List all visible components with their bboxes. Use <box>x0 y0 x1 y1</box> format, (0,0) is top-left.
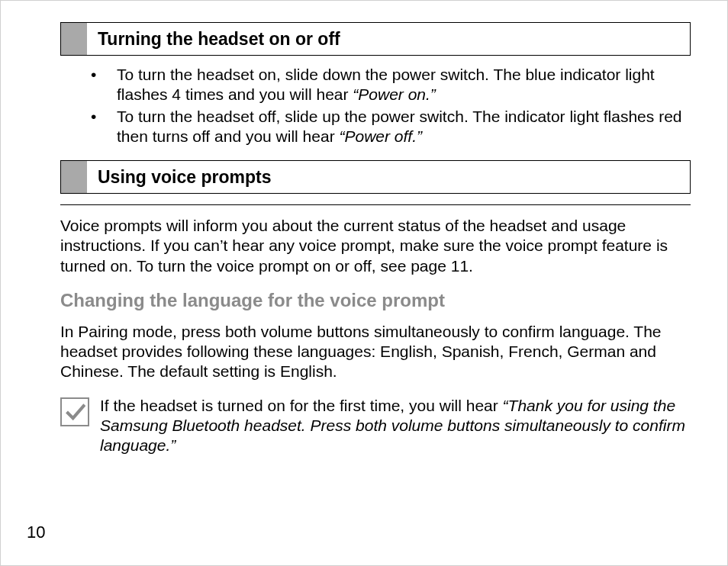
list-item: To turn the headset on, slide down the p… <box>91 65 691 105</box>
note-callout: If the headset is turned on for the firs… <box>60 396 691 456</box>
manual-page: Turning the headset on or off To turn th… <box>0 0 728 566</box>
section-header-tab <box>61 23 87 55</box>
section-header-turning-on-off: Turning the headset on or off <box>60 22 691 56</box>
section-header-voice-prompts: Using voice prompts <box>60 160 691 194</box>
list-item-quote: “Power on.” <box>353 85 436 103</box>
checkmark-icon <box>60 397 89 426</box>
paragraph: In Pairing mode, press both volume butto… <box>60 322 691 382</box>
note-text: If the headset is turned on for the firs… <box>100 396 691 456</box>
section-divider <box>60 204 691 205</box>
section-title: Turning the headset on or off <box>87 23 690 55</box>
list-item-quote: “Power off.” <box>339 127 422 145</box>
subsection-title: Changing the language for the voice prom… <box>60 290 691 311</box>
section-header-tab <box>61 161 87 193</box>
note-pre: If the headset is turned on for the firs… <box>100 397 503 414</box>
bullet-list: To turn the headset on, slide down the p… <box>37 65 691 146</box>
page-number: 10 <box>27 523 45 542</box>
paragraph: Voice prompts will inform you about the … <box>60 216 691 276</box>
section-title: Using voice prompts <box>87 161 690 193</box>
list-item: To turn the headset off, slide up the po… <box>91 107 691 147</box>
